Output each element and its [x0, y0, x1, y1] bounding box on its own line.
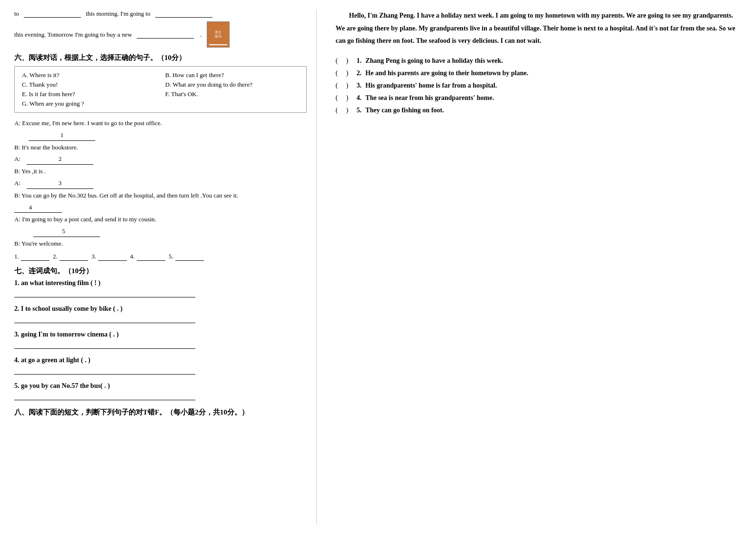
tf-paren-4: (	[336, 94, 343, 102]
dialogue-line-a2: A: 2	[14, 154, 307, 165]
blank-2	[155, 10, 212, 18]
reorder-5: 5. go you by can No.57 the bus( . )	[14, 382, 307, 400]
intro-to-label: to	[14, 10, 19, 18]
tf-paren-close-3: )	[346, 82, 354, 89]
speaker-b2: B: Yes ,it is .	[14, 168, 46, 175]
section8-title: 八、阅读下面的短文，判断下列句子的对T错F。（每小题2分，共10分。）	[14, 408, 307, 417]
answer-5-blank	[175, 253, 204, 261]
tf-item-4: ( ) 4. The sea is near from his grandpar…	[336, 94, 742, 102]
tf-paren-3: (	[336, 82, 343, 89]
tf-paren-5: (	[336, 107, 343, 114]
option-A: A. Where is it?	[22, 71, 156, 79]
answer-4-label: 4.	[130, 253, 167, 260]
tf-item-3: ( ) 3. His grandparents' home is far fro…	[336, 82, 742, 89]
speaker-b1: B: It's near the bookstore.	[14, 144, 78, 151]
tf-paren-1: (	[336, 57, 343, 65]
tf-paren-close-2: )	[346, 69, 354, 77]
option-F: F. That's OK.	[165, 90, 299, 98]
dialogue-line-b1: B: It's near the bookstore.	[14, 143, 307, 153]
section7-container: 1. an what interesting film ( ! ) 2. I t…	[14, 279, 307, 400]
answer-blank-5: 5	[33, 227, 100, 237]
speaker-a1: A: Excuse me, I'm new here. I want to go…	[14, 119, 162, 127]
tf-text-4: The sea is near from his grandparents' h…	[365, 94, 494, 102]
section7-title: 七、连词成句。（10分）	[14, 267, 307, 276]
answer-2-label: 2.	[53, 253, 90, 260]
reorder-5-words: 5. go you by can No.57 the bus( . )	[14, 382, 307, 390]
answer-blank-2: 2	[27, 154, 93, 165]
reorder-1-words: 1. an what interesting film ( ! )	[14, 279, 307, 287]
speaker-b3: B: You can go by the No.302 bus. Get off…	[14, 192, 238, 199]
right-column: Hello, I'm Zhang Peng. I have a holiday …	[317, 10, 742, 524]
intro-evening-text: this evening. Tomorrow I'm going to buy …	[14, 31, 132, 39]
dialogue-line-b3: B: You can go by the No.302 bus. Get off…	[14, 191, 307, 201]
answer-blank-4: 4	[14, 203, 62, 213]
speaker-b4: B: You're welcome.	[14, 240, 63, 247]
answer-4-blank	[137, 253, 165, 261]
options-box: A. Where is it? B. How can I get there? …	[14, 66, 307, 113]
dialogue-line-b4: B: You're welcome.	[14, 239, 307, 249]
intro-morning-text: this morning. I'm going to	[86, 10, 151, 18]
tf-paren-close-1: )	[346, 57, 354, 65]
tf-text-3: His grandparents' home is far from a hos…	[365, 82, 497, 89]
answer-1-blank	[21, 253, 50, 261]
option-G: G. When are you going ?	[22, 100, 156, 108]
option-E: E. Is it far from here?	[22, 90, 156, 98]
tf-paren-close-5: )	[346, 107, 354, 114]
tf-num-1: 1.	[357, 57, 362, 65]
option-C: C. Thank you!	[22, 81, 156, 89]
section6-title: 六、阅读对话，根据上文，选择正确的句子。（10分）	[14, 53, 307, 62]
dialogue-container: A: Excuse me, I'm new here. I want to go…	[14, 119, 307, 249]
intro-line-1: to this morning. I'm going to	[14, 10, 307, 18]
reorder-1: 1. an what interesting film ( ! )	[14, 279, 307, 297]
tf-text-5: They can go fishing on foot.	[365, 107, 444, 114]
reorder-4-words: 4. at go a green at light ( . )	[14, 356, 307, 364]
reading-passage: Hello, I'm Zhang Peng. I have a holiday …	[336, 10, 742, 48]
answer-2-blank	[60, 253, 88, 261]
intro-line-2: this evening. Tomorrow I'm going to buy …	[14, 21, 307, 48]
reorder-2: 2. I to school usually come by bike ( . …	[14, 305, 307, 323]
reorder-3: 3. going I'm to tomorrow cinema ( . )	[14, 331, 307, 349]
tf-paren-close-4: )	[346, 94, 354, 102]
blank-line-5: 5	[33, 227, 307, 237]
blank-3	[137, 30, 194, 39]
reorder-4-line	[14, 366, 195, 375]
reorder-3-line	[14, 340, 195, 349]
dialogue-line-a3: A: 3	[14, 178, 307, 189]
tf-num-4: 4.	[357, 94, 362, 102]
blank-1	[24, 10, 81, 18]
reorder-4: 4. at go a green at light ( . )	[14, 356, 307, 375]
reorder-2-line	[14, 315, 195, 323]
answer-5-label: 5.	[169, 253, 206, 260]
speaker-a3: A: 3	[14, 179, 93, 187]
option-B: B. How can I get there?	[165, 71, 299, 79]
answer-3-label: 3.	[91, 253, 129, 260]
answer-blank-3: 3	[27, 178, 93, 189]
answer-1-label: 1.	[14, 253, 51, 260]
reorder-1-line	[14, 289, 195, 297]
option-D: D. What are you doing to do there?	[165, 81, 299, 89]
tf-text-1: Zhang Peng is going to have a holiday th…	[365, 57, 503, 65]
blank-line-1: 1	[29, 130, 307, 141]
reorder-3-words: 3. going I'm to tomorrow cinema ( . )	[14, 331, 307, 338]
tf-num-2: 2.	[357, 69, 362, 77]
tf-item-2: ( ) 2. He and his parents are going to t…	[336, 69, 742, 77]
speaker-a2: A: 2	[14, 155, 93, 162]
dialogue-line-b2: B: Yes ,it is .	[14, 167, 307, 177]
book-image: 英文图书	[207, 21, 230, 48]
left-column: to this morning. I'm going to this eveni…	[14, 10, 317, 524]
section8: 八、阅读下面的短文，判断下列句子的对T错F。（每小题2分，共10分。）	[14, 408, 307, 417]
tf-paren-2: (	[336, 69, 343, 77]
answers-row: 1. 2. 3. 4. 5.	[14, 253, 307, 261]
answer-3-blank	[98, 253, 127, 261]
speaker-a4: A: I'm going to buy a post card, and sen…	[14, 216, 156, 223]
tf-num-5: 5.	[357, 107, 362, 114]
reorder-2-words: 2. I to school usually come by bike ( . …	[14, 305, 307, 313]
tf-text-2: He and his parents are going to their ho…	[365, 69, 528, 77]
tf-item-5: ( ) 5. They can go fishing on foot.	[336, 107, 742, 114]
answer-blank-1: 1	[29, 130, 95, 141]
tf-item-1: ( ) 1. Zhang Peng is going to have a hol…	[336, 57, 742, 65]
true-false-items: ( ) 1. Zhang Peng is going to have a hol…	[336, 57, 742, 114]
dialogue-line-a1: A: Excuse me, I'm new here. I want to go…	[14, 119, 307, 129]
reorder-5-line	[14, 392, 195, 400]
tf-num-3: 3.	[357, 82, 362, 89]
